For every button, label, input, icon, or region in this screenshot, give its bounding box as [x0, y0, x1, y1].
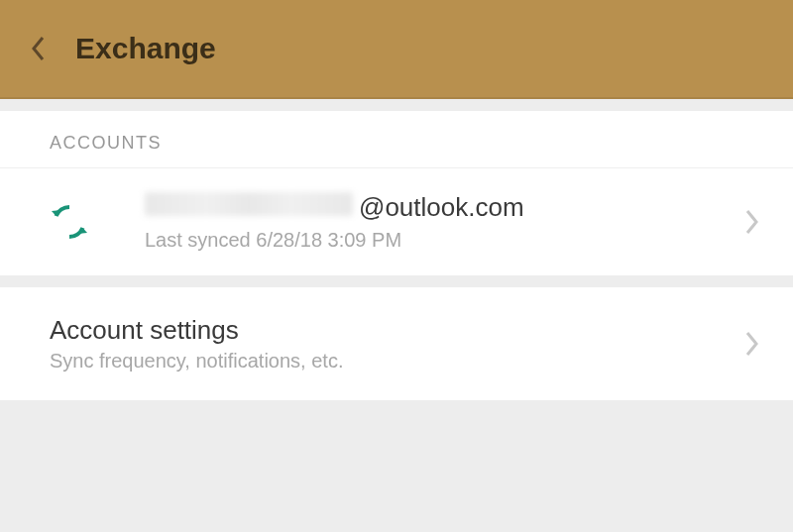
- accounts-section-label: ACCOUNTS: [0, 111, 793, 168]
- chevron-right-icon: [743, 330, 761, 358]
- account-email: @outlook.com: [145, 192, 743, 223]
- page-title: Exchange: [75, 32, 216, 65]
- chevron-right-icon: [743, 208, 761, 236]
- back-icon[interactable]: [30, 35, 48, 62]
- account-settings-row[interactable]: Account settings Sync frequency, notific…: [0, 287, 793, 400]
- account-row[interactable]: @outlook.com Last synced 6/28/18 3:09 PM: [0, 168, 793, 275]
- settings-subtitle: Sync frequency, notifications, etc.: [50, 350, 743, 372]
- account-email-domain: @outlook.com: [359, 192, 524, 223]
- accounts-section: ACCOUNTS @outlook.com Last synced 6/28/1…: [0, 111, 793, 275]
- account-last-synced: Last synced 6/28/18 3:09 PM: [145, 229, 743, 252]
- settings-section: Account settings Sync frequency, notific…: [0, 287, 793, 400]
- account-email-local-redacted: [145, 192, 353, 216]
- settings-text: Account settings Sync frequency, notific…: [50, 315, 743, 372]
- account-text: @outlook.com Last synced 6/28/18 3:09 PM: [145, 192, 743, 252]
- app-header: Exchange: [0, 0, 793, 99]
- settings-title: Account settings: [50, 315, 743, 346]
- sync-icon: [50, 202, 89, 242]
